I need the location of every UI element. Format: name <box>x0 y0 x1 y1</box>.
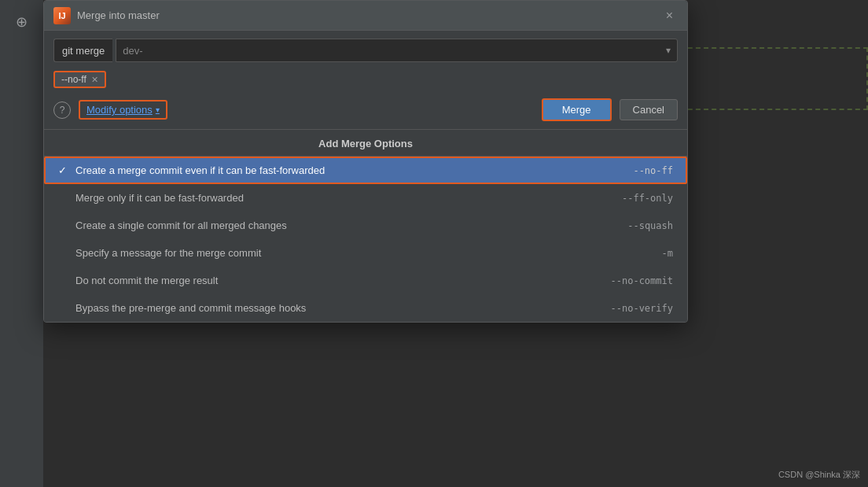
option-label: Merge only if it can be fast-forwarded <box>75 192 244 204</box>
option-label: Do not commit the merge result <box>75 275 218 286</box>
branch-text: dev- <box>123 45 142 57</box>
help-button[interactable]: ? <box>53 101 71 119</box>
option-label: Specify a message for the merge commit <box>75 247 261 259</box>
dialog-title: Merge into master <box>77 9 160 21</box>
option-item[interactable]: Do not commit the merge result--no-commi… <box>44 267 687 294</box>
tag-label: --no-ff <box>61 74 86 85</box>
cancel-button[interactable]: Cancel <box>620 99 678 120</box>
merge-button[interactable]: Merge <box>542 98 612 121</box>
merge-options-panel: Add Merge Options ✓Create a merge commit… <box>44 129 687 322</box>
tags-row: --no-ff ✕ <box>53 68 678 90</box>
option-item[interactable]: Merge only if it can be fast-forwarded--… <box>44 184 687 212</box>
modify-options-button[interactable]: Modify options ▾ <box>79 100 167 120</box>
option-flag: -m <box>662 248 673 259</box>
close-button[interactable]: × <box>661 8 678 24</box>
option-label: Create a single commit for all merged ch… <box>75 220 287 231</box>
tag-no-ff: --no-ff ✕ <box>53 71 106 88</box>
option-flag: --no-verify <box>611 303 673 314</box>
dialog-body: git merge dev- ▾ --no-ff ✕ ? Modify opti… <box>44 31 687 129</box>
merge-dialog: IJ Merge into master × git merge dev- ▾ … <box>43 0 688 323</box>
modify-options-chevron-icon: ▾ <box>156 105 160 114</box>
option-left: Create a single commit for all merged ch… <box>58 220 287 231</box>
option-item[interactable]: Create a single commit for all merged ch… <box>44 212 687 239</box>
modify-options-label: Modify options <box>86 104 153 116</box>
option-flag: --ff-only <box>622 193 673 204</box>
option-label: Bypass the pre-merge and commit message … <box>75 302 306 314</box>
merge-options-header: Add Merge Options <box>44 130 687 157</box>
option-left: Do not commit the merge result <box>58 275 218 286</box>
branch-dropdown[interactable]: dev- ▾ <box>116 39 678 62</box>
dialog-titlebar: IJ Merge into master × <box>44 1 687 31</box>
option-list: ✓Create a merge commit even if it can be… <box>44 157 687 322</box>
option-flag: --squash <box>627 220 673 231</box>
option-left: Specify a message for the merge commit <box>58 247 261 259</box>
option-left: Bypass the pre-merge and commit message … <box>58 302 306 314</box>
command-row: git merge dev- ▾ <box>53 39 678 62</box>
command-prefix: git merge <box>53 39 112 62</box>
option-flag: --no-ff <box>633 165 673 176</box>
watermark: CSDN @Shinka 深深 <box>778 469 860 481</box>
dialog-title-left: IJ Merge into master <box>53 7 160 24</box>
option-item[interactable]: Bypass the pre-merge and commit message … <box>44 294 687 322</box>
actions-row: ? Modify options ▾ Merge Cancel <box>53 98 678 121</box>
app-logo: IJ <box>53 7 71 24</box>
option-item[interactable]: ✓Create a merge commit even if it can be… <box>44 157 687 184</box>
option-left: Merge only if it can be fast-forwarded <box>58 192 244 204</box>
option-label: Create a merge commit even if it can be … <box>75 164 325 176</box>
dropdown-arrow-icon: ▾ <box>666 45 671 56</box>
dialog-overlay: IJ Merge into master × git merge dev- ▾ … <box>0 0 868 487</box>
option-flag: --no-commit <box>611 275 673 286</box>
option-left: ✓Create a merge commit even if it can be… <box>58 164 325 176</box>
check-icon: ✓ <box>58 164 69 176</box>
tag-remove-button[interactable]: ✕ <box>91 75 98 85</box>
option-item[interactable]: Specify a message for the merge commit-m <box>44 239 687 267</box>
